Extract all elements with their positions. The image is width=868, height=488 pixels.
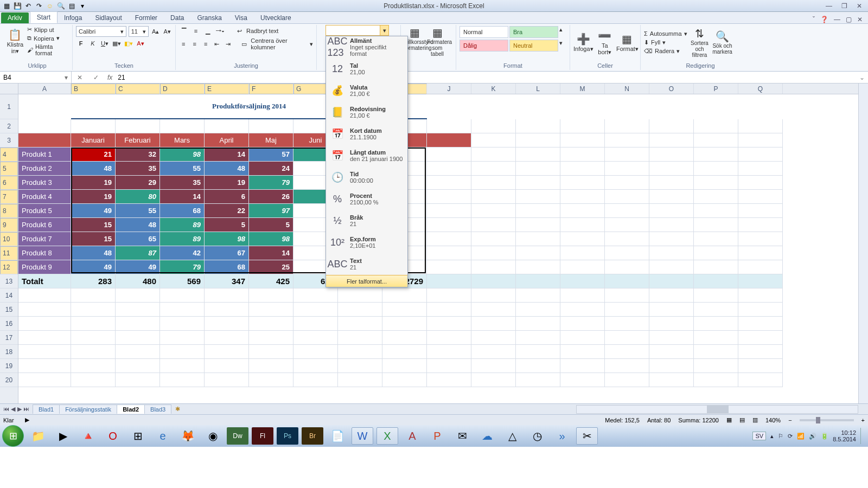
cell[interactable] bbox=[71, 331, 116, 345]
style-bad[interactable]: Dålig bbox=[459, 40, 508, 52]
column-header[interactable]: P bbox=[694, 84, 738, 94]
cell[interactable] bbox=[205, 359, 249, 373]
tray-battery-icon[interactable]: 🔋 bbox=[821, 433, 828, 440]
vertical-scrollbar[interactable] bbox=[858, 84, 868, 403]
column-header[interactable]: O bbox=[649, 84, 694, 94]
cell[interactable]: Totalt bbox=[18, 274, 71, 288]
cell[interactable]: 15 bbox=[71, 232, 116, 246]
taskbar-chrome-icon[interactable]: ◉ bbox=[202, 427, 224, 445]
select-all-corner[interactable] bbox=[0, 84, 18, 94]
cell[interactable] bbox=[71, 345, 116, 359]
fill-color-button[interactable]: ◧▾ bbox=[124, 38, 133, 48]
cell[interactable] bbox=[694, 359, 738, 373]
cell[interactable] bbox=[516, 119, 560, 133]
cell[interactable] bbox=[694, 147, 738, 162]
cell[interactable] bbox=[516, 162, 560, 176]
number-format-option[interactable]: ABCText21 bbox=[326, 253, 407, 275]
cell[interactable] bbox=[649, 176, 694, 190]
cell[interactable] bbox=[18, 119, 71, 133]
cell[interactable]: 55 bbox=[116, 204, 160, 218]
new-sheet-icon[interactable]: ✱ bbox=[171, 406, 184, 413]
cell[interactable] bbox=[694, 373, 738, 387]
cell[interactable] bbox=[427, 204, 471, 218]
cell[interactable] bbox=[471, 133, 516, 147]
expand-formula-icon[interactable]: ⌄ bbox=[856, 74, 868, 81]
cell[interactable] bbox=[471, 345, 516, 359]
cell[interactable] bbox=[427, 288, 471, 303]
taskbar-gmail-icon[interactable]: ✉ bbox=[451, 427, 473, 445]
cell[interactable]: 98 bbox=[205, 232, 249, 246]
cell[interactable] bbox=[249, 303, 293, 317]
cell[interactable] bbox=[160, 317, 205, 331]
cell[interactable] bbox=[382, 303, 427, 317]
cell[interactable] bbox=[649, 274, 694, 288]
cell[interactable] bbox=[560, 359, 605, 373]
cell[interactable] bbox=[649, 133, 694, 147]
cell[interactable] bbox=[18, 317, 71, 331]
cell[interactable] bbox=[738, 147, 783, 162]
column-header[interactable]: Q bbox=[738, 84, 783, 94]
cell[interactable] bbox=[738, 345, 783, 359]
row-header[interactable]: 8 bbox=[0, 204, 18, 218]
smiley-icon[interactable]: ☺ bbox=[46, 2, 54, 10]
row-header[interactable]: 18 bbox=[0, 345, 18, 359]
cell[interactable] bbox=[516, 274, 560, 288]
cell[interactable]: 80 bbox=[116, 190, 160, 204]
number-format-option[interactable]: 🕒Tid00:00:00 bbox=[326, 166, 407, 188]
cell[interactable]: 569 bbox=[160, 274, 205, 288]
sheet-tab[interactable]: Blad3 bbox=[144, 404, 171, 414]
cell[interactable]: 48 bbox=[116, 218, 160, 232]
cell[interactable]: 6 bbox=[205, 190, 249, 204]
cell[interactable] bbox=[694, 190, 738, 204]
sheet-nav-prev-icon[interactable]: ◀ bbox=[11, 406, 15, 413]
cell[interactable] bbox=[605, 288, 649, 303]
cell[interactable] bbox=[649, 303, 694, 317]
taskbar-onedrive-icon[interactable]: ☁ bbox=[476, 427, 498, 445]
indent-dec-icon[interactable]: ⇤ bbox=[212, 39, 221, 49]
cell[interactable]: 98 bbox=[249, 232, 293, 246]
cell[interactable] bbox=[605, 204, 649, 218]
cell[interactable] bbox=[293, 331, 338, 345]
cell[interactable] bbox=[605, 147, 649, 162]
cell[interactable] bbox=[516, 176, 560, 190]
cell[interactable] bbox=[71, 288, 116, 303]
cell[interactable] bbox=[71, 359, 116, 373]
format-cells-button[interactable]: ▦Format▾ bbox=[616, 33, 637, 53]
help-icon[interactable]: ❓ bbox=[820, 16, 828, 23]
cell[interactable] bbox=[116, 331, 160, 345]
align-mid-icon[interactable]: ≡ bbox=[191, 26, 201, 36]
tray-network-icon[interactable]: 📶 bbox=[797, 433, 805, 440]
confirm-icon[interactable]: ✓ bbox=[93, 74, 99, 81]
number-format-option[interactable]: ABC 123AllmäntInget specifikt format bbox=[326, 36, 407, 58]
cell[interactable] bbox=[560, 162, 605, 176]
column-header[interactable]: F bbox=[249, 84, 293, 94]
font-size-select[interactable]: 11▾ bbox=[129, 26, 149, 37]
cell[interactable] bbox=[293, 359, 338, 373]
cell[interactable] bbox=[471, 288, 516, 303]
sheet-nav-first-icon[interactable]: ⏮ bbox=[3, 406, 9, 413]
cell[interactable] bbox=[116, 373, 160, 387]
cell[interactable] bbox=[116, 119, 160, 133]
cell[interactable]: 14 bbox=[160, 190, 205, 204]
cell[interactable] bbox=[605, 303, 649, 317]
cell[interactable]: 5 bbox=[205, 218, 249, 232]
tray-volume-icon[interactable]: 🔊 bbox=[809, 433, 816, 440]
cell[interactable] bbox=[560, 204, 605, 218]
cell[interactable] bbox=[605, 119, 649, 133]
cell[interactable] bbox=[738, 133, 783, 147]
cell[interactable] bbox=[560, 317, 605, 331]
cell[interactable] bbox=[382, 359, 427, 373]
cell[interactable] bbox=[205, 373, 249, 387]
cell[interactable]: Produkt 2 bbox=[18, 162, 71, 176]
taskbar-vlc-icon[interactable]: 🔺 bbox=[77, 427, 99, 445]
cell[interactable] bbox=[694, 133, 738, 147]
cell[interactable] bbox=[649, 359, 694, 373]
fill-button[interactable]: ⬇Fyll▾ bbox=[644, 39, 687, 46]
cell[interactable] bbox=[605, 359, 649, 373]
cell[interactable] bbox=[338, 345, 382, 359]
insert-cells-button[interactable]: ➕Infoga▾ bbox=[573, 33, 593, 53]
row-header[interactable]: 4 bbox=[0, 147, 18, 162]
cell[interactable] bbox=[605, 246, 649, 260]
cell[interactable] bbox=[605, 162, 649, 176]
save-icon[interactable]: 💾 bbox=[13, 2, 22, 10]
